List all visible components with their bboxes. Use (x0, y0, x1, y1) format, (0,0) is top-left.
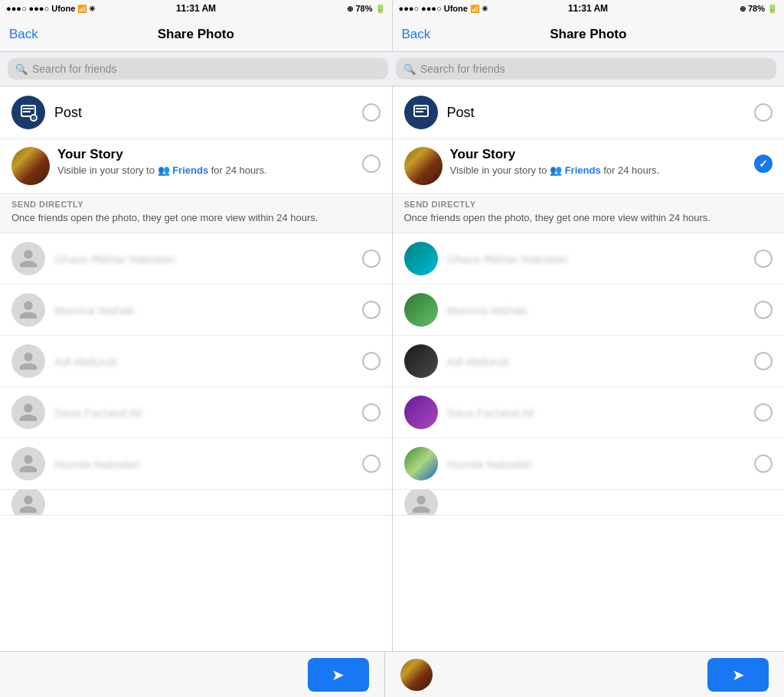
friend-row-left-5[interactable]: Hunnia Nakodari (0, 438, 392, 490)
story-text-left: Your Story Visible in your story to 👥 Fr… (57, 147, 362, 178)
story-title-right: Your Story (450, 147, 755, 162)
friend-name-left-5: Hunnia Nakodari (54, 458, 362, 471)
story-radio-right[interactable]: ✓ (754, 155, 773, 173)
friend-row-left-6-partial[interactable] (0, 490, 392, 516)
friend-name-right-5: Hunnia Nakodari (447, 458, 755, 471)
friend-name-right-2: Momina Wahab (447, 304, 755, 317)
post-label-right: Post (447, 105, 755, 121)
friend-row-right-6-partial[interactable] (393, 490, 785, 516)
friend-radio-left-5[interactable] (362, 454, 381, 473)
search-icon-left: 🔍 (15, 64, 28, 75)
friend-radio-left-3[interactable] (362, 352, 381, 370)
friend-row-right-2[interactable]: Momina Wahab (393, 285, 785, 336)
friend-radio-right-5[interactable] (754, 454, 773, 473)
bottom-bar: ➤ ➤ (0, 651, 784, 697)
friend-name-right-3: Adi Abdurub (447, 355, 755, 368)
status-bar-left: ●●●○ ●●●○ Ufone 📶 ✳ 11:31 AM ⊕ 78% 🔋 (0, 0, 392, 17)
story-avatar-left (11, 147, 50, 185)
friend-row-right-4[interactable]: Sana Farzand Ali (393, 387, 785, 438)
bottom-right: ➤ (385, 652, 785, 697)
send-directly-left: SEND DIRECTLY Once friends open the phot… (0, 194, 392, 233)
friend-name-left-1: Ghaus Iftikhar Nakodari (54, 252, 362, 265)
brightness-icon-left: ✳ (89, 5, 95, 13)
send-directly-desc-left: Once friends open the photo, they get on… (11, 211, 381, 225)
friend-name-right-1: Ghaus Iftikhar Nakodari (447, 252, 755, 265)
friend-avatar-placeholder-1 (11, 242, 45, 275)
friend-avatar-placeholder-4 (11, 396, 45, 429)
friend-avatar-right-5 (404, 447, 438, 480)
status-bar-right: ●●●○ ●●●○ Ufone 📶 ✳ 11:31 AM ⊕ 78% 🔋 (393, 0, 785, 17)
left-panel: f Post Your Story Visible in your story … (0, 86, 392, 651)
friend-row-left-4[interactable]: Sana Farzand Ali (0, 387, 392, 438)
friend-radio-right-1[interactable] (754, 249, 773, 268)
signal-dots-right: ●●●○ (399, 4, 420, 13)
friend-row-left-3[interactable]: Adi Abdurub (0, 336, 392, 387)
friend-avatar-placeholder-5 (11, 447, 45, 480)
post-row-right[interactable]: Post (393, 86, 785, 139)
gps-icon-left: ⊕ (347, 5, 353, 13)
time-left: 11:31 AM (176, 3, 216, 14)
friend-name-left-3: Adi Abdurub (54, 355, 362, 368)
search-bar-left[interactable]: 🔍 Search for friends (8, 58, 388, 80)
story-row-left[interactable]: Your Story Visible in your story to 👥 Fr… (0, 139, 392, 194)
send-directly-desc-right: Once friends open the photo, they get on… (404, 211, 773, 225)
bottom-left: ➤ (0, 652, 384, 697)
battery-icon-left: 🔋 (375, 4, 386, 14)
battery-left: 78% (355, 4, 372, 13)
story-row-right[interactable]: Your Story Visible in your story to 👥 Fr… (393, 139, 785, 194)
right-panel: Post Your Story Visible in your story to… (392, 86, 785, 651)
friend-row-left-2[interactable]: Momina Wahab (0, 285, 392, 336)
send-directly-title-right: SEND DIRECTLY (404, 200, 773, 209)
brightness-icon-right: ✳ (482, 5, 488, 13)
bottom-avatar-right (400, 659, 433, 691)
story-title-left: Your Story (57, 147, 362, 162)
friend-radio-right-3[interactable] (754, 352, 773, 370)
story-radio-left[interactable] (362, 155, 381, 173)
friend-radio-left-2[interactable] (362, 301, 381, 319)
story-subtitle-left: Visible in your story to 👥 Friends for 2… (57, 164, 362, 178)
post-label-left: Post (54, 105, 362, 121)
nav-bar: Back Share Photo Back Share Photo (0, 17, 784, 52)
time-right: 11:31 AM (568, 3, 608, 14)
svg-rect-2 (23, 111, 31, 112)
friend-radio-left-1[interactable] (362, 249, 381, 268)
search-placeholder-left: Search for friends (32, 63, 117, 75)
post-icon-left: f (11, 96, 45, 129)
post-radio-left[interactable] (362, 103, 381, 122)
friend-avatar-right-2 (404, 293, 438, 327)
post-radio-right[interactable] (754, 103, 773, 122)
friend-name-left-4: Sana Farzand Ali (54, 406, 362, 419)
svg-rect-7 (416, 111, 423, 112)
friend-avatar-right-3 (404, 344, 438, 378)
friend-name-right-4: Sana Farzand Ali (447, 406, 755, 419)
send-button-left[interactable]: ➤ (308, 658, 369, 692)
gps-icon-right: ⊕ (740, 5, 746, 13)
nav-right: Back Share Photo (393, 17, 785, 51)
post-row-left[interactable]: f Post (0, 86, 392, 139)
nav-left: Back Share Photo (0, 17, 392, 51)
wifi-icon-left: 📶 (77, 5, 87, 13)
friend-avatar-right-1 (404, 242, 438, 275)
nav-title-right: Share Photo (550, 27, 626, 42)
friend-name-left-2: Momina Wahab (54, 304, 362, 317)
status-bar: ●●●○ ●●●○ Ufone 📶 ✳ 11:31 AM ⊕ 78% 🔋 ●●●… (0, 0, 784, 17)
friend-row-right-1[interactable]: Ghaus Iftikhar Nakodari (393, 233, 785, 285)
friend-row-right-3[interactable]: Adi Abdurub (393, 336, 785, 387)
back-button-left[interactable]: Back (9, 27, 38, 42)
carrier-left: ●●●○ Ufone (29, 4, 76, 13)
send-directly-title-left: SEND DIRECTLY (11, 200, 381, 209)
friend-radio-left-4[interactable] (362, 403, 381, 422)
battery-icon-right: 🔋 (767, 4, 778, 14)
signal-dots-left: ●●●○ (6, 4, 27, 13)
search-bar-right[interactable]: 🔍 Search for friends (396, 58, 776, 80)
friend-avatar-right-4 (404, 396, 438, 429)
battery-right: 78% (748, 4, 765, 13)
friend-radio-right-2[interactable] (754, 301, 773, 319)
friend-radio-right-4[interactable] (754, 403, 773, 422)
friend-row-left-1[interactable]: Ghaus Iftikhar Nakodari (0, 233, 392, 285)
svg-rect-6 (416, 108, 426, 109)
send-button-right[interactable]: ➤ (707, 658, 769, 692)
post-icon-right (404, 96, 438, 129)
friend-row-right-5[interactable]: Hunnia Nakodari (393, 438, 785, 490)
back-button-right[interactable]: Back (402, 27, 431, 42)
